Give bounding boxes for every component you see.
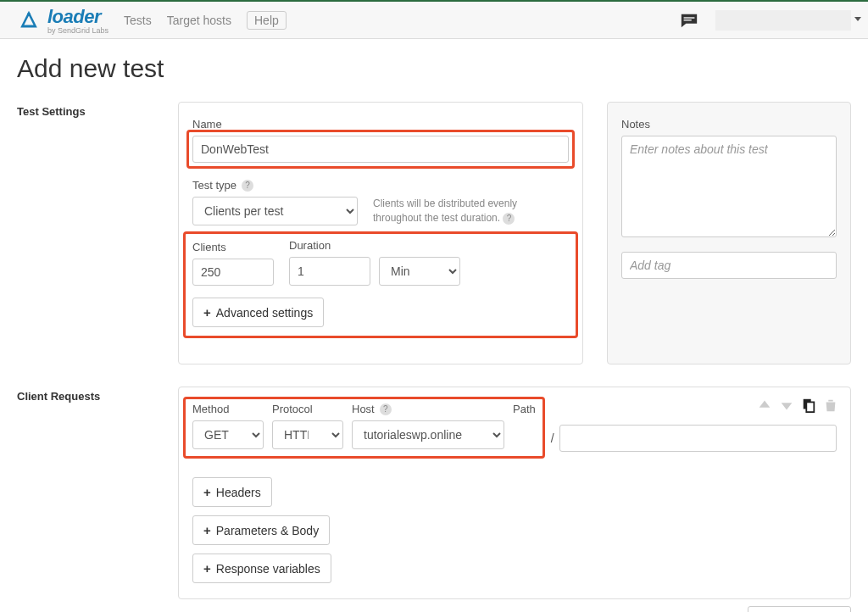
- test-settings-panel: Name Test type ? Clients per test: [178, 102, 583, 364]
- headers-button[interactable]: +Headers: [192, 477, 272, 507]
- trash-icon[interactable]: [823, 398, 838, 413]
- plus-icon: +: [203, 523, 211, 537]
- client-request-panel: Method GET Protocol HTTP Host ?: [178, 387, 851, 599]
- svg-rect-1: [684, 17, 695, 18]
- clients-duration-highlight: Clients Duration Min: [183, 231, 578, 338]
- test-type-hint: Clients will be distributed evenly throu…: [373, 197, 559, 225]
- svg-rect-4: [806, 402, 814, 412]
- path-slash: /: [546, 431, 559, 445]
- svg-rect-2: [684, 19, 692, 20]
- name-highlight: [186, 130, 575, 169]
- protocol-label: Protocol: [272, 403, 343, 415]
- request-fields-highlight: Method GET Protocol HTTP Host ?: [183, 397, 545, 459]
- advanced-settings-label: Advanced settings: [216, 306, 313, 320]
- add-request-button[interactable]: +Add Request: [748, 606, 851, 612]
- test-type-select[interactable]: Clients per test: [192, 197, 358, 225]
- loader-logo-icon: [17, 8, 41, 32]
- brand-tagline: by SendGrid Labs: [47, 26, 108, 35]
- messages-icon[interactable]: [680, 11, 698, 30]
- move-down-icon[interactable]: [779, 398, 794, 413]
- clients-label: Clients: [192, 241, 274, 253]
- path-input[interactable]: [559, 425, 837, 452]
- host-label: Host: [352, 403, 375, 415]
- nav-links: Tests Target hosts Help: [124, 11, 287, 30]
- headers-label: Headers: [216, 486, 261, 499]
- response-variables-label: Response variables: [216, 562, 320, 576]
- page-title: Add new test: [17, 54, 851, 83]
- protocol-select[interactable]: HTTP: [272, 420, 343, 449]
- section-label-test-settings: Test Settings: [17, 102, 157, 387]
- duration-label: Duration: [289, 239, 460, 252]
- help-icon[interactable]: ?: [242, 180, 253, 192]
- advanced-settings-button[interactable]: + Advanced settings: [192, 298, 324, 327]
- copy-icon[interactable]: [801, 398, 816, 413]
- path-label: Path: [513, 403, 536, 415]
- user-menu[interactable]: [715, 10, 851, 31]
- add-tag-input[interactable]: [621, 252, 837, 279]
- notes-textarea[interactable]: [621, 136, 837, 237]
- name-input[interactable]: [192, 136, 569, 163]
- notes-panel: Notes: [607, 102, 851, 364]
- nav-help[interactable]: Help: [247, 11, 287, 30]
- nav-tests[interactable]: Tests: [124, 14, 152, 27]
- method-label: Method: [192, 403, 264, 415]
- brand[interactable]: loader by SendGrid Labs: [17, 6, 108, 35]
- top-nav: loader by SendGrid Labs Tests Target hos…: [0, 0, 868, 39]
- clients-input[interactable]: [192, 259, 274, 286]
- svg-point-0: [27, 12, 31, 15]
- method-select[interactable]: GET: [192, 420, 264, 449]
- plus-icon: +: [203, 561, 211, 576]
- help-icon[interactable]: ?: [503, 213, 515, 225]
- duration-unit-select[interactable]: Min: [379, 257, 460, 286]
- parameters-body-label: Parameters & Body: [216, 524, 319, 537]
- plus-icon: +: [203, 485, 211, 499]
- brand-name: loader: [47, 6, 108, 28]
- host-select[interactable]: tutorialeswp.online: [352, 420, 504, 449]
- response-variables-button[interactable]: +Response variables: [192, 554, 331, 583]
- test-type-label: Test type: [192, 179, 236, 192]
- parameters-body-button[interactable]: +Parameters & Body: [192, 515, 330, 545]
- plus-icon: +: [203, 305, 211, 320]
- request-actions: [757, 398, 838, 413]
- notes-label: Notes: [621, 118, 837, 131]
- nav-target-hosts[interactable]: Target hosts: [167, 14, 231, 27]
- move-up-icon[interactable]: [757, 398, 772, 413]
- chevron-down-icon: [854, 17, 861, 21]
- name-label: Name: [192, 118, 569, 131]
- help-icon[interactable]: ?: [380, 403, 392, 415]
- section-label-client-requests: Client Requests: [17, 387, 157, 612]
- duration-input[interactable]: [289, 257, 370, 286]
